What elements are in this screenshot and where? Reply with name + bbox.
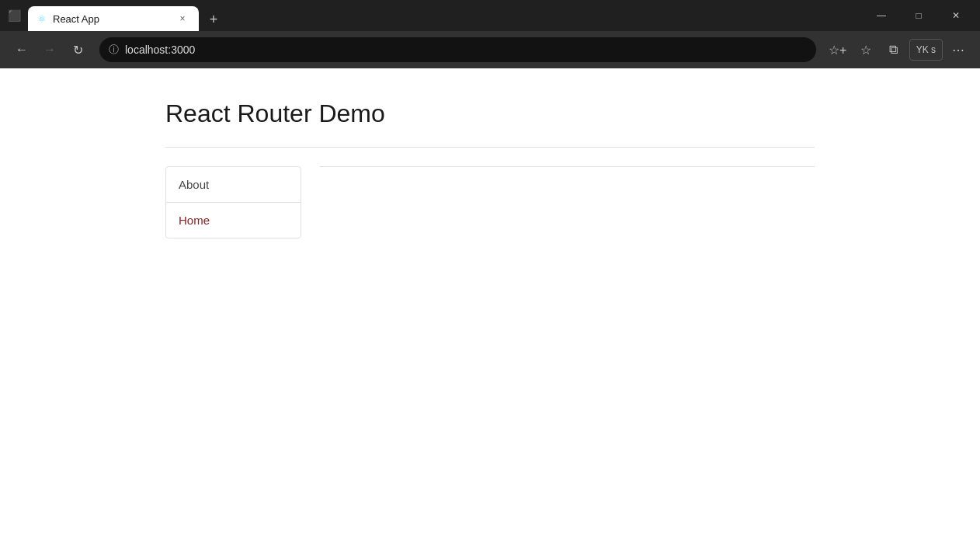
collections-button[interactable]: ⧉	[881, 37, 906, 62]
forward-button[interactable]: →	[37, 37, 62, 62]
tab-close-button[interactable]: ×	[175, 12, 189, 26]
content-area	[320, 166, 815, 238]
close-button[interactable]: ✕	[938, 3, 974, 28]
refresh-button[interactable]: ↻	[65, 37, 90, 62]
tab-favicon-icon: ⚛	[37, 13, 47, 25]
more-button[interactable]: ⋯	[946, 37, 971, 62]
address-info-icon[interactable]: ⓘ	[109, 43, 119, 57]
active-tab[interactable]: ⚛ React App ×	[28, 6, 199, 31]
nav-actions: ☆+ ☆ ⧉ YK s ⋯	[825, 37, 971, 62]
profile-button[interactable]: YK s	[909, 39, 943, 61]
nav-list-item-home[interactable]: Home	[166, 203, 301, 238]
tab-title: React App	[53, 13, 169, 25]
window-controls: — □ ✕	[864, 3, 974, 28]
new-tab-button[interactable]: +	[202, 8, 225, 31]
browser-icon: ⬛	[6, 8, 22, 23]
content-layout: About Home	[165, 166, 815, 238]
page-content: React Router Demo About Home	[0, 68, 980, 534]
add-favorite-button[interactable]: ☆+	[825, 37, 850, 62]
tabs-area: ⚛ React App × +	[28, 0, 864, 31]
nav-list: About Home	[165, 166, 301, 238]
url-port: :3000	[168, 44, 195, 56]
page-title: React Router Demo	[165, 99, 815, 128]
title-bar: ⬛ ⚛ React App × + — □ ✕	[0, 0, 980, 31]
browser-chrome: ⬛ ⚛ React App × + — □ ✕ ← → ↻ ⓘ localhos…	[0, 0, 980, 68]
minimize-button[interactable]: —	[864, 3, 899, 28]
title-divider	[165, 147, 815, 148]
back-button[interactable]: ←	[9, 37, 34, 62]
content-divider	[320, 166, 815, 167]
maximize-button[interactable]: □	[901, 3, 937, 28]
nav-list-item-about[interactable]: About	[166, 167, 301, 203]
address-bar[interactable]: ⓘ localhost:3000	[99, 37, 816, 62]
navigation-bar: ← → ↻ ⓘ localhost:3000 ☆+ ☆ ⧉ YK s ⋯	[0, 31, 980, 68]
favorites-button[interactable]: ☆	[853, 37, 878, 62]
url-host: localhost	[125, 44, 168, 56]
address-text: localhost:3000	[125, 44, 807, 56]
